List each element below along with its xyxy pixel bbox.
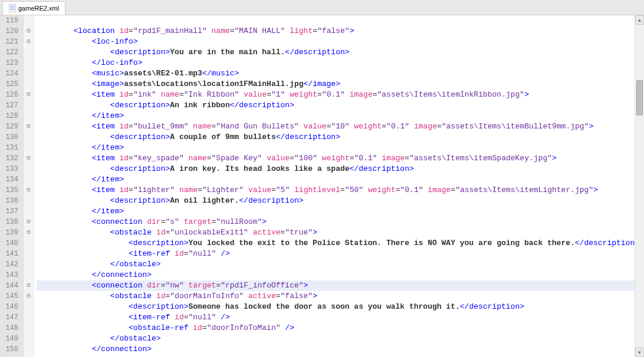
fold-spacer	[24, 259, 34, 270]
fold-toggle[interactable]: ⊟	[24, 217, 34, 227]
fold-spacer	[24, 47, 34, 58]
line-number: 120	[0, 26, 18, 37]
code-line[interactable]: <description>You are in the main hall.</…	[37, 47, 644, 58]
fold-spacer	[24, 333, 34, 344]
code-line[interactable]: <obstacle id="doorMainToInfo" active="fa…	[37, 291, 644, 302]
svg-rect-2	[10, 8, 15, 8]
fold-spacer	[24, 174, 34, 185]
code-area[interactable]: <location id="rpd1F_mainHall" name="MAIN…	[34, 15, 644, 357]
code-line[interactable]: </loc-info>	[37, 58, 644, 68]
fold-spacer	[24, 68, 34, 79]
file-tab[interactable]: gameRE2.xml	[2, 1, 65, 15]
code-line[interactable]: <description>A couple of 9mm bullets</de…	[37, 132, 644, 143]
fold-spacer	[24, 206, 34, 217]
fold-spacer	[24, 100, 34, 111]
code-line[interactable]: </item>	[37, 174, 644, 185]
fold-spacer	[24, 143, 34, 153]
code-line[interactable]: <connection dir="s" target="nullRoom">	[37, 217, 644, 227]
fold-spacer	[24, 58, 34, 68]
line-number: 132	[0, 153, 18, 164]
line-number: 139	[0, 227, 18, 238]
fold-spacer	[24, 238, 34, 249]
line-number: 140	[0, 238, 18, 249]
code-line[interactable]: <description>A iron key. Its head looks …	[37, 164, 644, 174]
fold-spacer	[24, 196, 34, 206]
line-number: 129	[0, 121, 18, 132]
line-number: 128	[0, 111, 18, 121]
code-line[interactable]: <obstacle id="unlockableExit1" active="t…	[37, 227, 644, 238]
line-number: 135	[0, 185, 18, 196]
code-line[interactable]: <obstacle-ref id="doorInfoToMain" />	[37, 323, 644, 333]
line-number: 149	[0, 333, 18, 344]
line-number: 143	[0, 270, 18, 280]
fold-spacer	[24, 344, 34, 355]
code-line[interactable]: <item id="bullet_9mm" name="Hand Gun Bul…	[37, 121, 644, 132]
code-line[interactable]: <description>You locked the exit to the …	[37, 238, 644, 249]
fold-toggle[interactable]: ⊟	[24, 280, 34, 291]
line-number: 146	[0, 302, 18, 312]
code-line[interactable]: </connection>	[37, 270, 644, 280]
code-line[interactable]: <loc-info>	[37, 37, 644, 47]
line-number: 134	[0, 174, 18, 185]
code-line[interactable]: <item id="key_spade" name="Spade Key" va…	[37, 153, 644, 164]
line-number: 119	[0, 15, 18, 26]
line-number: 145	[0, 291, 18, 302]
fold-spacer	[24, 111, 34, 121]
line-number: 141	[0, 249, 18, 259]
code-line[interactable]: <item id="lighter" name="Lighter" value=…	[37, 185, 644, 196]
fold-toggle[interactable]: ⊟	[24, 90, 34, 100]
fold-toggle[interactable]: ⊟	[24, 227, 34, 238]
svg-rect-3	[10, 9, 15, 10]
fold-spacer	[24, 164, 34, 174]
code-line[interactable]: </item>	[37, 206, 644, 217]
code-line[interactable]: </obstacle>	[37, 333, 644, 344]
line-number: 123	[0, 58, 18, 68]
tab-bar: gameRE2.xml	[0, 0, 644, 15]
code-line[interactable]: </connection>	[37, 344, 644, 355]
vertical-scrollbar[interactable]: ▲ ▼	[635, 15, 644, 357]
code-line[interactable]	[37, 15, 644, 26]
line-number: 148	[0, 323, 18, 333]
line-number: 133	[0, 164, 18, 174]
fold-toggle[interactable]: ⊟	[24, 291, 34, 302]
code-line[interactable]: <item-ref id="null" />	[37, 249, 644, 259]
line-number: 130	[0, 132, 18, 143]
scrollbar-thumb[interactable]	[636, 80, 643, 115]
code-line[interactable]: <location id="rpd1F_mainHall" name="MAIN…	[37, 26, 644, 37]
fold-spacer	[24, 249, 34, 259]
line-number: 125	[0, 79, 18, 90]
code-line[interactable]: </item>	[37, 111, 644, 121]
code-line[interactable]: <item id="ink" name="Ink Ribbon" value="…	[37, 90, 644, 100]
line-number: 138	[0, 217, 18, 227]
code-line[interactable]: <connection dir="nw" target="rpd1F_infoO…	[37, 280, 644, 291]
code-line[interactable]: <item-ref id="null" />	[37, 312, 644, 323]
xml-file-icon	[9, 4, 16, 12]
fold-spacer	[24, 323, 34, 333]
code-line[interactable]: <image>assets\Locations\location1FMainHa…	[37, 79, 644, 90]
fold-toggle[interactable]: ⊟	[24, 37, 34, 47]
line-number: 147	[0, 312, 18, 323]
fold-gutter[interactable]: ⊟⊟ ⊟ ⊟ ⊟ ⊟ ⊟⊟ ⊟⊟	[24, 15, 34, 357]
line-number: 127	[0, 100, 18, 111]
code-line[interactable]: <music>assets\RE2-01.mp3</music>	[37, 68, 644, 79]
fold-spacer	[24, 132, 34, 143]
fold-spacer	[24, 312, 34, 323]
code-line[interactable]: <description>Someone has locked the door…	[37, 302, 644, 312]
code-line[interactable]: <description>An oil lighter.</descriptio…	[37, 196, 644, 206]
line-number: 121	[0, 37, 18, 47]
line-number: 150	[0, 344, 18, 355]
code-line[interactable]: </item>	[37, 143, 644, 153]
line-number: 144	[0, 280, 18, 291]
code-line[interactable]: <description>An ink ribbon</description>	[37, 100, 644, 111]
scroll-down-button[interactable]: ▼	[635, 348, 644, 357]
editor-window: gameRE2.xml 1191201211221231241251261271…	[0, 0, 644, 357]
fold-toggle[interactable]: ⊟	[24, 26, 34, 37]
fold-toggle[interactable]: ⊟	[24, 153, 34, 164]
fold-toggle[interactable]: ⊟	[24, 185, 34, 196]
code-editor[interactable]: 1191201211221231241251261271281291301311…	[0, 15, 644, 357]
scroll-up-button[interactable]: ▲	[635, 15, 644, 25]
line-number: 126	[0, 90, 18, 100]
line-number: 131	[0, 143, 18, 153]
code-line[interactable]: </obstacle>	[37, 259, 644, 270]
fold-toggle[interactable]: ⊟	[24, 121, 34, 132]
